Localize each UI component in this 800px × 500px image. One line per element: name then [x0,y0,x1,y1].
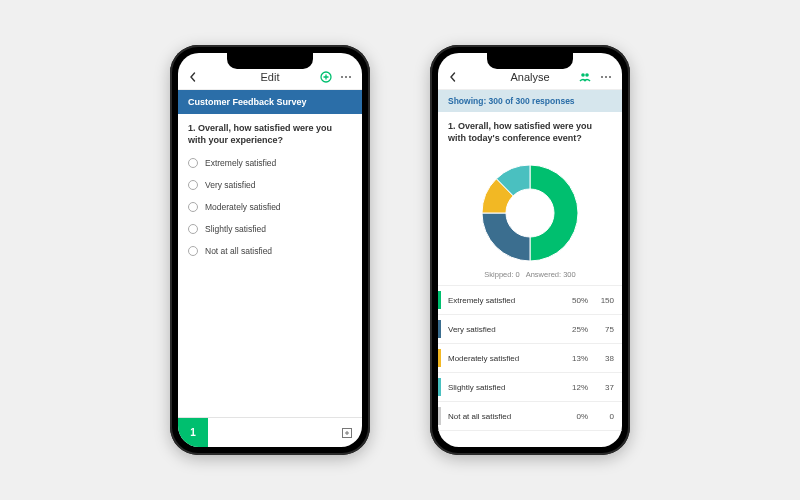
radio-icon[interactable] [188,180,198,190]
legend-count: 150 [588,296,614,305]
back-icon[interactable] [448,72,458,82]
legend-swatch [438,291,441,309]
legend-count: 75 [588,325,614,334]
showing-bar: Showing: 300 of 300 responses [438,90,622,112]
legend-swatch [438,349,441,367]
phone-frame-analyse: Analyse Showing: 300 of 300 responses 1.… [430,45,630,455]
svg-point-1 [341,76,343,78]
legend-swatch [438,378,441,396]
legend-percent: 13% [558,354,588,363]
legend-label: Not at all satisfied [448,412,558,421]
edit-footer: 1 [178,417,362,447]
legend-label: Moderately satisfied [448,354,558,363]
legend-label: Very satisfied [448,325,558,334]
legend-count: 0 [588,412,614,421]
question-text: 1. Overall, how satisfied were you with … [438,112,622,150]
survey-title-bar[interactable]: Customer Feedback Survey [178,90,362,114]
radio-icon[interactable] [188,202,198,212]
page-title: Edit [261,71,280,83]
page-number-button[interactable]: 1 [178,418,208,448]
skipped-label: Skipped: 0 [484,270,519,279]
svg-point-3 [349,76,351,78]
people-icon[interactable] [578,72,592,82]
donut-slice [530,165,578,261]
svg-point-9 [609,76,611,78]
response-stats: Skipped: 0 Answered: 300 [438,270,622,285]
screen-analyse: Analyse Showing: 300 of 300 responses 1.… [438,53,622,447]
page-title: Analyse [510,71,549,83]
add-icon[interactable] [320,71,332,83]
radio-icon[interactable] [188,158,198,168]
legend-percent: 0% [558,412,588,421]
radio-icon[interactable] [188,246,198,256]
legend-table: Extremely satisfied50%150Very satisfied2… [438,285,622,431]
option-label: Extremely satisfied [205,158,276,168]
legend-percent: 25% [558,325,588,334]
donut-slice [482,213,530,261]
legend-row[interactable]: Moderately satisfied13%38 [438,344,622,373]
legend-swatch [438,320,441,338]
add-page-icon[interactable] [332,418,362,448]
more-icon[interactable] [600,75,612,79]
svg-point-7 [601,76,603,78]
donut-chart [438,150,622,270]
svg-point-2 [345,76,347,78]
svg-point-6 [585,73,589,77]
option-row[interactable]: Extremely satisfied [188,152,352,174]
phone-notch [227,53,313,69]
legend-row[interactable]: Very satisfied25%75 [438,315,622,344]
options-list: Extremely satisfied Very satisfied Moder… [178,152,362,262]
legend-count: 38 [588,354,614,363]
radio-icon[interactable] [188,224,198,234]
option-row[interactable]: Not at all satisfied [188,240,352,262]
legend-label: Slightly satisfied [448,383,558,392]
svg-point-8 [605,76,607,78]
legend-row[interactable]: Extremely satisfied50%150 [438,286,622,315]
option-row[interactable]: Moderately satisfied [188,196,352,218]
legend-row[interactable]: Not at all satisfied0%0 [438,402,622,431]
option-row[interactable]: Very satisfied [188,174,352,196]
legend-percent: 50% [558,296,588,305]
answered-label: Answered: 300 [526,270,576,279]
svg-point-5 [581,73,585,77]
option-label: Slightly satisfied [205,224,266,234]
more-icon[interactable] [340,75,352,79]
screen-edit: Edit Customer Feedback Survey 1. Overall… [178,53,362,447]
option-label: Not at all satisfied [205,246,272,256]
option-label: Very satisfied [205,180,256,190]
option-label: Moderately satisfied [205,202,281,212]
back-icon[interactable] [188,72,198,82]
option-row[interactable]: Slightly satisfied [188,218,352,240]
legend-row[interactable]: Slightly satisfied12%37 [438,373,622,402]
legend-percent: 12% [558,383,588,392]
legend-swatch [438,407,441,425]
legend-count: 37 [588,383,614,392]
question-text[interactable]: 1. Overall, how satisfied were you with … [178,114,362,152]
phone-frame-edit: Edit Customer Feedback Survey 1. Overall… [170,45,370,455]
legend-label: Extremely satisfied [448,296,558,305]
phone-notch [487,53,573,69]
